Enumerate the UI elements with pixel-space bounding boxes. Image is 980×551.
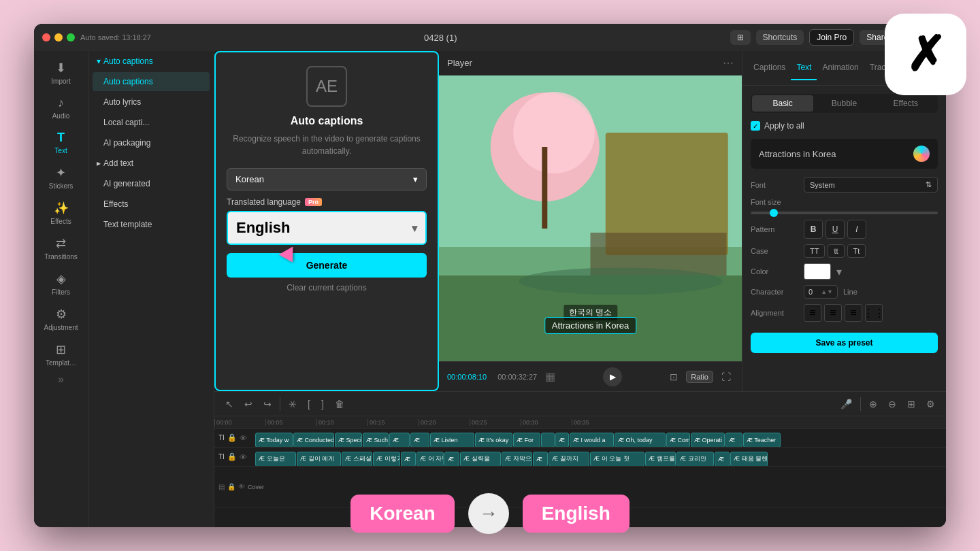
font-dropdown[interactable]: System ⇅ [804,177,938,193]
clip-kr-16[interactable]: Æ 태음 블렌 [730,452,768,467]
toolbar-effects[interactable]: ✨ Effects [37,197,85,229]
toolbar-filters[interactable]: ◈ Filters [37,267,85,300]
track-2-eye[interactable]: 👁 [240,453,247,461]
align-right[interactable]: ≡ [845,304,862,322]
play-button[interactable]: ▶ [603,367,622,386]
clip-okay[interactable]: Æ It's okay [475,433,512,448]
panel-ai-generated[interactable]: AI generated [93,174,210,193]
fullscreen-button[interactable]: ⛶ [719,370,734,384]
underline-button[interactable]: U [826,220,845,239]
clip-kr-15[interactable]: Æ [715,452,730,467]
clip-kr-8[interactable]: Æ 실력을 [460,452,501,467]
panel-auto-lyrics[interactable]: Auto lyrics [93,93,210,112]
clip-kr-2[interactable]: Æ 길이 에게 [297,452,341,467]
toolbar-text[interactable]: T Text [37,127,85,158]
redo-tool[interactable]: ↪ [261,397,274,411]
undo-tool[interactable]: ↩ [242,397,255,411]
toolbar-import[interactable]: ⬇ Import [37,56,85,89]
generate-button[interactable]: Generate [227,253,427,278]
clip-for[interactable]: Æ For [513,433,540,448]
italic-button[interactable]: I [847,220,866,239]
apply-all-checkbox[interactable]: ✓ [751,121,760,131]
tab-animation[interactable]: Animation [817,56,864,80]
track-1-eye[interactable]: 👁 [240,434,247,442]
character-input[interactable]: 0 ▲▼ [804,285,838,299]
clip-kr-9[interactable]: Æ 자막으로 [502,452,532,467]
fit-tool[interactable]: ⊞ [904,397,918,411]
video-lock[interactable]: 🔒 [227,483,235,490]
tab-text[interactable]: Text [791,56,817,80]
save-preset-button[interactable]: Save as preset [751,333,938,353]
clip-kr-3[interactable]: Æ 스페셜 [342,452,372,467]
clip-kr-7[interactable]: Æ [444,452,459,467]
clip-kr-13[interactable]: Æ 캠프를 [645,452,676,467]
case-lower[interactable]: tt [828,244,844,258]
clip-kr-12[interactable]: Æ 어 오늘 첫 [590,452,644,467]
track-1-lock[interactable]: 🔒 [227,433,237,442]
bold-button[interactable]: B [804,220,823,239]
delete-tool[interactable]: 🗑 [332,397,347,411]
settings-tool[interactable]: ⚙ [924,397,938,411]
track-2-lock[interactable]: 🔒 [227,452,237,461]
add-text-section[interactable]: ▸ Add text [88,153,214,173]
zoom-in-tool[interactable]: ⊕ [866,397,880,411]
style-tab-basic[interactable]: Basic [752,95,813,112]
panel-text-template[interactable]: Text template [93,215,210,234]
panel-ai-packaging[interactable]: AI packaging [93,133,210,152]
toolbar-adjustment[interactable]: ⚙ Adjustment [37,303,85,335]
clip-kr-11[interactable]: Æ 끝까지 [549,452,589,467]
style-tab-effects[interactable]: Effects [875,95,936,112]
clear-captions-button[interactable]: Clear current captions [287,283,366,293]
auto-captions-section[interactable]: ▾ Auto captions [88,51,214,71]
color-swatch[interactable] [804,263,831,280]
split-tool[interactable]: ⚹ [286,397,299,411]
toolbar-template[interactable]: ⊞ Templat… [37,338,85,371]
ratio-button[interactable]: Ratio [686,371,713,383]
player-menu-icon[interactable]: ⋯ [723,56,734,69]
clip-kr-14[interactable]: Æ 코리안 [676,452,714,467]
more-tools-icon[interactable]: » [58,373,64,386]
clip-kr-6[interactable]: Æ 어 자막 [416,452,444,467]
clip-ip[interactable]: Æ [410,433,429,448]
panel-local-captions[interactable]: Local capti... [93,113,210,132]
monitor-button[interactable]: ⊞ [730,30,751,45]
shortcuts-button[interactable]: Shortcuts [756,30,804,45]
style-tab-bubble[interactable]: Bubble [813,95,875,112]
toolbar-audio[interactable]: ♪ Audio [37,92,85,124]
minimize-button[interactable] [54,33,63,41]
clip-listen[interactable]: Æ Listen [430,433,474,448]
video-eye[interactable]: 👁 [238,483,245,490]
tab-captions[interactable]: Captions [748,56,791,80]
clip-today[interactable]: Æ Today w [255,433,293,448]
clip-th[interactable]: Æ [725,433,742,448]
translated-language-dropdown[interactable]: English ▾ [227,211,427,245]
trim-in-tool[interactable]: [ [305,397,313,411]
align-center[interactable]: ≡ [824,304,842,322]
toolbar-transitions[interactable]: ⇄ Transitions [37,232,85,265]
panel-auto-captions[interactable]: Auto captions [93,72,210,91]
trim-out-tool[interactable]: ] [318,397,327,411]
panel-effects[interactable]: Effects [93,195,210,214]
align-left[interactable]: ≡ [804,304,821,322]
fullscreen-fit-button[interactable]: ⊡ [667,370,681,384]
clip-com[interactable]: Æ Com [666,433,690,448]
clip-i[interactable]: Æ [555,433,569,448]
maximize-button[interactable] [67,33,75,41]
language-dropdown[interactable]: Korean ▾ [227,168,427,190]
clip-operati[interactable]: Æ Operati [691,433,725,448]
font-size-slider[interactable] [751,212,938,214]
clip-speci[interactable]: Æ Speci [335,433,362,448]
clip-conducted[interactable]: Æ Conducted [293,433,334,448]
clip-kr-4[interactable]: Æ 이렇거 [373,452,400,467]
join-pro-button[interactable]: Join Pro [809,29,854,46]
clip-kr-10[interactable]: Æ [533,452,548,467]
clip-such[interactable]: Æ Such [363,433,389,448]
clip-would[interactable]: Æ I would a [570,433,614,448]
clip-kr-5[interactable]: Æ [401,452,416,467]
zoom-out-tool[interactable]: ⊖ [885,397,899,411]
clip-today-first[interactable]: Æ Oh, today [615,433,666,448]
toolbar-stickers[interactable]: ✦ Stickers [37,161,85,194]
align-justify[interactable]: ⋮⋮ [865,304,883,322]
close-button[interactable] [42,33,50,41]
case-title[interactable]: Tt [847,244,866,258]
